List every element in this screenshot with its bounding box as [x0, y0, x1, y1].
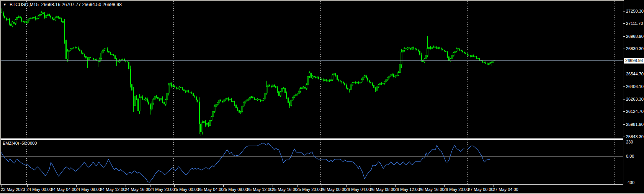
- candle-body-bear: [393, 74, 394, 77]
- candle-body-bull: [102, 51, 103, 53]
- candle-body-bull: [451, 55, 453, 59]
- candle-body-bear: [92, 58, 93, 58]
- candle-body-bear: [344, 83, 345, 85]
- candle-body-bear: [462, 51, 463, 52]
- candle-body-bull: [15, 20, 16, 23]
- candle-body-bull: [245, 101, 246, 103]
- chart-title: ▼BTCUSD,M15 26698.16 26707.77 26694.50 2…: [3, 2, 122, 7]
- candle-body-bull: [36, 18, 38, 19]
- main-panel-frame: [1, 1, 623, 139]
- candle-body-bull: [16, 17, 18, 20]
- candle-body-bear: [180, 87, 181, 88]
- candle-body-bull: [382, 83, 384, 84]
- candle-body-bull: [402, 50, 404, 52]
- time-axis-tick: [444, 185, 445, 187]
- candle-body-bull: [350, 85, 351, 89]
- candle-body-bull: [395, 76, 396, 77]
- candle-body-bull: [456, 49, 457, 51]
- window-edge-left: [0, 0, 1, 194]
- price-axis-tick: [623, 74, 625, 74]
- candle-body-bear: [477, 58, 479, 59]
- candle-body-bear: [337, 75, 338, 80]
- candle-body-bull: [47, 14, 48, 16]
- candle-body-bear: [369, 80, 370, 82]
- candle-body-bull: [168, 85, 169, 93]
- candle-body-bear: [311, 73, 312, 78]
- candle-body-bear: [487, 64, 488, 64]
- price-axis-label: 26830.30: [626, 46, 644, 51]
- candle-body-bear: [459, 49, 460, 50]
- candle-body-bear: [182, 88, 183, 90]
- indicator-axis-label: 0.00: [626, 154, 634, 158]
- ohlc-values: 26698.16 26707.77 26694.50 26698.98: [41, 2, 122, 7]
- candle-body-bull: [27, 20, 28, 23]
- candle-body-bull: [471, 55, 472, 56]
- time-axis-label: 26 May 08:00: [370, 187, 396, 192]
- candle-body-bear: [20, 16, 21, 18]
- symbol-timeframe-label: BTCUSD,M15: [10, 2, 39, 7]
- time-axis[interactable]: 23 May 202324 May 00:0024 May 04:0024 Ma…: [0, 185, 644, 193]
- candle-body-bear: [174, 86, 175, 88]
- time-axis-label: 23 May 2023: [1, 187, 25, 192]
- indicator-chart-canvas[interactable]: [0, 139, 624, 185]
- candle-body-bull: [12, 22, 13, 26]
- candle-body-bear: [444, 50, 445, 51]
- candle-body-bear: [64, 23, 65, 39]
- candle-body-bear: [82, 53, 83, 55]
- candle-body-bear: [42, 13, 44, 14]
- candle-body-bull: [294, 96, 295, 98]
- candle-body-bear: [468, 55, 469, 55]
- time-axis-label: 24 May 20:00: [149, 187, 175, 192]
- candle-body-bear: [147, 99, 148, 102]
- price-axis[interactable]: 26698.98 27250.3027111.7026968.9026830.3…: [624, 0, 644, 185]
- candle-body-bull: [88, 57, 90, 60]
- candle-body-bull: [272, 85, 273, 87]
- candle-body-bull: [384, 82, 385, 83]
- candle-body-bull: [70, 49, 71, 50]
- candle-body-bull: [332, 75, 333, 80]
- price-axis-tick: [623, 99, 625, 99]
- time-axis-label: 26 May 20:00: [443, 187, 469, 192]
- candle-body-bull: [425, 55, 427, 59]
- candle-body-bull: [217, 103, 218, 105]
- candle-body-bear: [32, 18, 33, 18]
- candle-body-bear: [190, 92, 191, 93]
- time-axis-tick: [273, 185, 273, 187]
- candle-body-bear: [286, 93, 287, 98]
- candle-body-bear: [96, 60, 97, 60]
- candle-body-bear: [6, 18, 7, 20]
- candle-body-bear: [239, 110, 240, 112]
- time-axis-label: 24 May 08:00: [75, 187, 101, 192]
- price-axis-tick: [623, 124, 625, 125]
- candle-body-bull: [352, 83, 353, 85]
- symbol-dropdown-icon[interactable]: ▼: [3, 3, 7, 7]
- main-chart-canvas[interactable]: [0, 0, 624, 139]
- candle-body-bear: [122, 59, 123, 60]
- candle-body-bull: [453, 53, 454, 55]
- candle-body-bear: [62, 21, 64, 23]
- candle-body-bull: [295, 95, 296, 96]
- candle-body-bull: [329, 80, 330, 81]
- candle-body-bull: [33, 17, 34, 18]
- candle-body-bear: [448, 57, 449, 61]
- candle-body-bear: [288, 98, 289, 103]
- candle-body-bear: [284, 88, 286, 93]
- candle-body-bull: [243, 103, 244, 106]
- candle-body-bear: [419, 51, 420, 55]
- candle-body-bear: [93, 58, 94, 59]
- candle-body-bear: [53, 19, 54, 20]
- candle-body-bear: [260, 100, 261, 101]
- candle-body-bear: [200, 124, 201, 132]
- candle-body-bear: [315, 77, 316, 78]
- candle-body-bear: [254, 98, 255, 99]
- price-axis-label: 26968.90: [626, 34, 644, 39]
- candle-body-bull: [432, 47, 433, 48]
- candle-body-bull: [18, 16, 19, 17]
- candle-body-bear: [87, 59, 88, 60]
- candle-body-bear: [130, 69, 131, 85]
- candle-body-bull: [360, 82, 361, 83]
- candle-body-bear: [278, 91, 280, 96]
- candle-body-bull: [242, 106, 243, 111]
- candle-body-bear: [49, 14, 50, 16]
- candle-body-bull: [141, 97, 142, 98]
